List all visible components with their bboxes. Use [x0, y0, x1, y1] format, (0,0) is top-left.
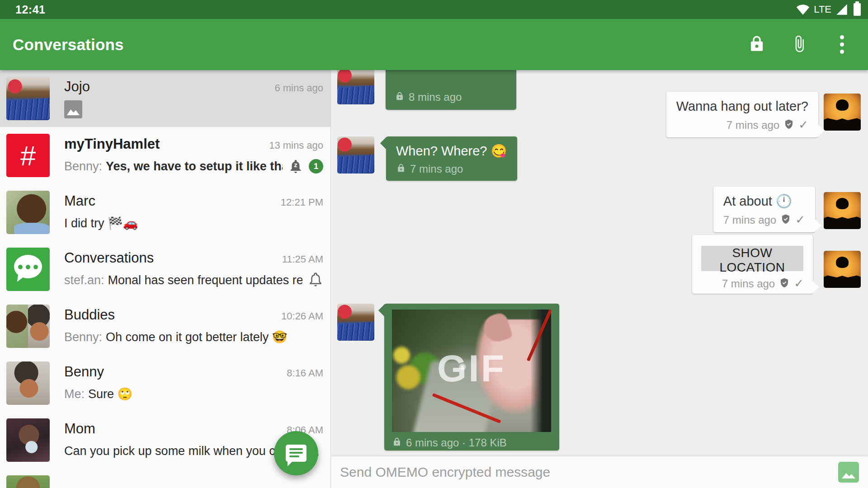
message-time: 7 mins ago [726, 119, 779, 131]
send-photo-button[interactable] [838, 462, 859, 483]
verified-shield-icon [780, 214, 791, 226]
conversation-name: Conversations [64, 250, 154, 266]
hash-glyph: # [20, 140, 36, 172]
message-time: 7 mins ago [722, 277, 775, 290]
conversation-row-mytinyhamlet[interactable]: # myTinyHamlet 13 mins ago Benny:Yes, we… [0, 127, 330, 184]
conversation-row-conversations[interactable]: Conversations 11:25 AM stef.an:Monal has… [0, 241, 330, 298]
message-time: 6 mins ago · 178 KiB [406, 436, 507, 449]
clock: 12:41 [15, 3, 45, 16]
wifi-icon [796, 4, 810, 15]
avatar-benny [6, 361, 50, 405]
verified-shield-icon [779, 277, 790, 290]
conversation-name: Buddies [64, 307, 115, 323]
preview-message: Oh come on it got better lately 🤓 [106, 330, 287, 344]
conversation-row-benny[interactable]: Benny 8:16 AM Me:Sure 🙄 [0, 355, 330, 412]
avatar-jojo-message[interactable] [337, 136, 374, 174]
new-conversation-fab[interactable] [274, 431, 318, 475]
app-toolbar: Conversations [0, 19, 868, 70]
message-input[interactable] [340, 465, 838, 480]
avatar-jojo [6, 77, 50, 120]
message-text: Wanna hang out later? [676, 98, 808, 114]
cell-signal-icon [835, 3, 848, 16]
overflow-menu-button[interactable] [829, 32, 854, 57]
conversation-time: 10:26 AM [281, 310, 323, 322]
chat-bubble-icon [286, 445, 307, 462]
unread-badge: 1 [309, 159, 323, 174]
omemo-lock-button[interactable] [744, 32, 769, 57]
conversation-name: Jojo [64, 79, 90, 95]
app-screen: 12:41 LTE Conversations [0, 0, 868, 488]
message-bubble-gif[interactable]: GIF 6 mins ago · 178 KiB [384, 304, 559, 450]
preview-message: Yes, we have to setup it like that ev… [106, 160, 283, 173]
lock-icon [395, 91, 405, 103]
delivered-check-icon: ✓ [795, 213, 805, 227]
avatar-me[interactable] [824, 94, 861, 131]
conversation-name: Mom [64, 421, 95, 437]
notifications-paused-icon: z [288, 159, 303, 174]
message-bubble-outgoing[interactable]: At about 🕛 7 mins ago ✓ [713, 187, 815, 232]
show-location-button[interactable]: SHOW LOCATION [701, 246, 803, 271]
conversation-time: 8:16 AM [287, 367, 323, 379]
preview-sender: Benny: [64, 330, 102, 344]
conversation-row-rose[interactable]: Rose 2:23 AM [0, 469, 330, 488]
image-preview-icon [64, 100, 82, 118]
attach-file-button[interactable] [787, 32, 812, 57]
conversation-name: Marc [64, 193, 95, 209]
delivered-check-icon: ✓ [798, 118, 808, 132]
conversation-time: 11:25 AM [282, 253, 323, 265]
page-title: Conversations [13, 36, 124, 54]
message-bubble-location[interactable]: SHOW LOCATION 7 mins ago ✓ [692, 235, 813, 294]
gif-thumbnail[interactable]: GIF [392, 310, 551, 432]
avatar-buddies [6, 305, 50, 348]
snooze-z-glyph: z [294, 160, 297, 168]
conversation-row-buddies[interactable]: Buddies 10:26 AM Benny:Oh come on it got… [0, 298, 330, 355]
message-input-bar [331, 456, 868, 488]
chat-pane: 8 mins ago Wanna hang out later? 7 mins … [331, 70, 868, 488]
lock-icon [396, 163, 406, 175]
conversation-list: Jojo 6 mins ago # myTinyHamlet 13 mins a… [0, 70, 331, 488]
preview-message: I did try 🏁🚗 [64, 216, 323, 230]
conversation-time: 6 mins ago [274, 82, 323, 94]
conversation-name: myTinyHamlet [64, 136, 160, 152]
avatar-jojo-message[interactable] [337, 70, 374, 104]
message-text: At about 🕛 [723, 193, 805, 209]
avatar-me[interactable] [824, 192, 861, 229]
avatar-conversations-logo [6, 248, 50, 291]
conversation-time: 12:21 PM [281, 197, 323, 208]
message-text: When? Where? 😋 [396, 143, 507, 159]
lock-icon [747, 34, 766, 55]
message-time: 8 mins ago [409, 91, 462, 103]
conversation-time: 13 mins ago [269, 140, 323, 151]
preview-message: Sure 🙄 [88, 387, 132, 401]
message-time: 7 mins ago [723, 214, 776, 226]
conversation-name: Benny [64, 364, 104, 380]
avatar-mytinyhamlet: # [6, 134, 50, 177]
kebab-menu-icon [840, 35, 844, 54]
lte-label: LTE [814, 4, 831, 15]
delivered-check-icon: ✓ [794, 277, 804, 291]
status-bar: 12:41 LTE [0, 0, 868, 19]
message-bubble-outgoing[interactable]: Wanna hang out later? 7 mins ago ✓ [666, 92, 818, 137]
paperclip-icon [790, 35, 808, 54]
message-bubble-incoming-partial[interactable]: 8 mins ago [386, 70, 516, 110]
message-bubble-incoming[interactable]: When? Where? 😋 7 mins ago [386, 136, 517, 181]
lock-icon [392, 437, 402, 449]
verified-shield-icon [783, 119, 794, 131]
notifications-bell-icon [308, 272, 323, 289]
conversation-row-jojo[interactable]: Jojo 6 mins ago [0, 70, 330, 127]
conversation-row-marc[interactable]: Marc 12:21 PM I did try 🏁🚗 [0, 184, 330, 241]
status-icons: LTE [796, 3, 861, 16]
avatar-marc [6, 191, 50, 234]
preview-sender: Benny: [64, 160, 102, 173]
avatar-rose [6, 475, 50, 488]
preview-sender: stef.an: [64, 273, 104, 287]
message-time: 7 mins ago [410, 163, 463, 175]
battery-icon [854, 3, 861, 16]
avatar-mom [6, 418, 50, 462]
preview-sender: Me: [64, 387, 85, 401]
gif-badge: GIF [392, 346, 551, 390]
avatar-me[interactable] [824, 251, 861, 288]
preview-message: Monal has seen frequent updates rece… [108, 273, 302, 287]
avatar-jojo-message[interactable] [337, 304, 374, 341]
